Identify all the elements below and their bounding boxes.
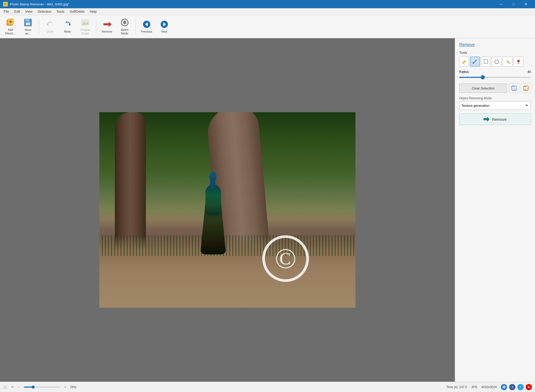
svg-point-10: [83, 20, 85, 22]
svg-rect-5: [25, 19, 29, 21]
menu-tools[interactable]: Tools: [54, 9, 67, 14]
youtube-icon[interactable]: ▶: [526, 384, 532, 390]
tools-row: [459, 57, 531, 66]
svg-rect-29: [512, 86, 515, 87]
zoom-plus-button[interactable]: +: [64, 385, 66, 389]
zoom-slider[interactable]: [24, 387, 60, 388]
menu-selection[interactable]: Selection: [35, 9, 54, 14]
peacock-head: [209, 172, 217, 181]
right-panel: Remove Tools: [455, 38, 535, 382]
separator-1: [39, 19, 39, 34]
title-bar: P Photo Stamp Remover - IMG_0492.jpg* ─ …: [0, 0, 535, 8]
close-button[interactable]: ✕: [520, 0, 532, 8]
status-bar: ⬜ ✂ − + 26% Time (s): 247.5 JPG 4032x302…: [0, 382, 535, 392]
svg-marker-12: [103, 22, 112, 27]
maximize-button[interactable]: □: [508, 0, 519, 8]
panel-title: Remove: [459, 42, 531, 47]
previous-button[interactable]: Previous: [138, 16, 155, 37]
radius-value: 40: [527, 70, 531, 74]
selection-indicator-icon: ⬜: [3, 385, 7, 389]
previous-icon: [142, 20, 151, 29]
time-display: Time (s): 247.5: [446, 385, 467, 389]
svg-rect-32: [524, 86, 526, 87]
next-icon: [160, 20, 169, 29]
svg-rect-6: [26, 22, 30, 25]
menu-file[interactable]: File: [1, 9, 12, 14]
undo-icon: [45, 20, 55, 29]
remove-panel-button[interactable]: Remove: [459, 114, 531, 125]
radius-slider-thumb[interactable]: [481, 75, 485, 79]
pencil-tool-button[interactable]: [459, 57, 469, 66]
zoom-level: 26%: [70, 385, 76, 389]
zoom-minus-button[interactable]: −: [18, 385, 20, 389]
zoom-thumb[interactable]: [32, 386, 35, 389]
original-image-button[interactable]: Original Image: [77, 16, 93, 37]
save-as-button[interactable]: Save as...: [20, 16, 36, 37]
menu-softorbits[interactable]: SoftOrbits: [67, 9, 87, 14]
tools-label: Tools: [459, 51, 531, 55]
separator-2: [96, 19, 96, 34]
remove-panel-label: Remove: [492, 117, 507, 122]
add-files-button[interactable]: Add File(s)...: [2, 16, 19, 37]
remove-toolbar-icon: [102, 20, 112, 29]
save-as-icon: [23, 18, 33, 27]
batch-mode-icon: [120, 18, 129, 27]
peacock-scene: ©: [99, 112, 355, 308]
svg-point-21: [473, 62, 474, 64]
clear-selection-button[interactable]: Clear Selection: [459, 84, 507, 93]
menu-view[interactable]: View: [23, 9, 35, 14]
app-icon: P: [3, 2, 8, 6]
svg-rect-30: [512, 88, 516, 90]
redo-icon: [63, 20, 72, 29]
svg-rect-22: [484, 60, 488, 63]
previous-label: Previous: [141, 30, 152, 33]
add-files-label: Add File(s)...: [5, 28, 16, 35]
original-image-icon: [80, 18, 90, 27]
window-title: Photo Stamp Remover - IMG_0492.jpg*: [10, 2, 69, 6]
undo-button[interactable]: Undo: [42, 16, 58, 37]
menu-help[interactable]: Help: [87, 9, 99, 14]
clear-selection-row: Clear Selection: [459, 84, 531, 93]
canvas-area[interactable]: ©: [0, 38, 455, 382]
radius-section: Radius 40: [459, 70, 531, 80]
settings-icon[interactable]: ⚙: [501, 384, 507, 390]
radius-slider-track: [459, 77, 531, 78]
stamp-tool-button[interactable]: [514, 57, 523, 66]
toolbar: Add File(s)... Save as... Undo: [0, 15, 535, 38]
redo-label: Redo: [64, 30, 71, 33]
svg-point-25: [517, 60, 520, 62]
separator-3: [136, 19, 136, 34]
main-content: © Remove Tools: [0, 38, 535, 382]
magic-wand-tool-button[interactable]: [503, 57, 512, 66]
menu-edit[interactable]: Edit: [12, 9, 23, 14]
brush-tool-button[interactable]: [470, 57, 480, 66]
rect-select-tool-button[interactable]: [481, 57, 491, 66]
batch-mode-label: Batch Mode: [121, 28, 128, 35]
batch-mode-button[interactable]: Batch Mode: [116, 16, 133, 37]
svg-marker-27: [518, 64, 519, 64]
peacock: [192, 164, 234, 257]
remove-toolbar-button[interactable]: Remove: [99, 16, 115, 37]
load-selection-button[interactable]: [521, 84, 531, 93]
object-removing-mode-label: Object Removing Mode: [459, 96, 531, 100]
menu-bar: File Edit View Selection Tools SoftOrbit…: [0, 8, 535, 15]
twitter-icon[interactable]: t: [517, 384, 524, 390]
copyright-watermark: ©: [262, 235, 309, 282]
image-canvas: ©: [0, 38, 455, 382]
minimize-button[interactable]: ─: [495, 0, 507, 8]
next-button[interactable]: Next: [156, 16, 173, 37]
texture-generation-dropdown[interactable]: Texture generation Inpainting Smart Fill: [459, 101, 531, 110]
object-removing-mode-section: Object Removing Mode Texture generation …: [459, 96, 531, 110]
save-selection-button[interactable]: [509, 84, 519, 93]
dimensions-display: 4032x3024: [481, 385, 497, 389]
radius-slider-container: [459, 75, 531, 80]
undo-label: Undo: [47, 30, 53, 33]
save-as-label: Save as...: [25, 28, 31, 35]
facebook-icon[interactable]: f: [509, 384, 515, 390]
status-bar-right: Time (s): 247.5 JPG 4032x3024 ⚙ f t ▶: [446, 384, 532, 390]
format-display: JPG: [471, 385, 477, 389]
redo-button[interactable]: Redo: [59, 16, 76, 37]
svg-rect-33: [524, 88, 528, 90]
radius-slider-fill: [459, 77, 481, 78]
lasso-tool-button[interactable]: [492, 57, 502, 66]
